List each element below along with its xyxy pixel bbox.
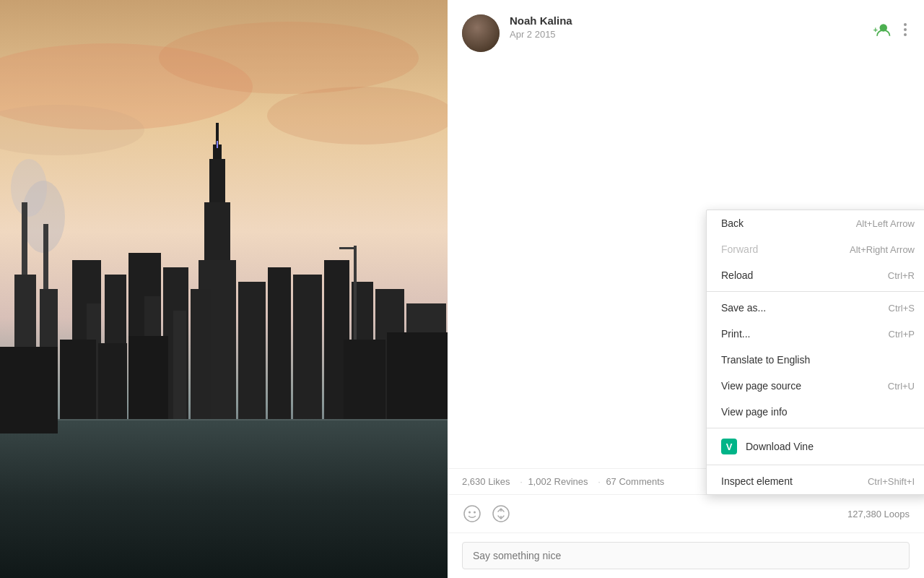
menu-label-save-as: Save as... (721, 302, 889, 314)
svg-rect-7 (0, 419, 448, 578)
avatar[interactable] (462, 14, 500, 52)
menu-label-reload: Reload (721, 269, 888, 281)
vine-icon-letter: V (726, 441, 733, 452)
follow-button[interactable]: + (869, 19, 895, 40)
dot-3 (904, 33, 907, 36)
post-meta: Noah Kalina Apr 2 2015 (510, 14, 869, 40)
menu-item-back[interactable]: Back Alt+Left Arrow (707, 210, 924, 236)
svg-point-46 (474, 512, 476, 514)
separator-2: · (598, 476, 601, 487)
more-options-button[interactable] (901, 20, 910, 39)
revines-count: 1,002 Revines (528, 476, 588, 487)
menu-item-view-source[interactable]: View page source Ctrl+U (707, 373, 924, 399)
menu-shortcut-back: Alt+Left Arrow (856, 218, 915, 229)
svg-rect-8 (0, 419, 448, 420)
menu-shortcut-reload: Ctrl+R (888, 270, 915, 281)
svg-rect-40 (354, 246, 357, 340)
svg-point-3 (267, 87, 448, 144)
likes-count: 2,630 Likes (462, 476, 510, 487)
svg-point-45 (468, 512, 471, 514)
loops-count: 127,380 Loops (847, 509, 910, 519)
menu-label-forward: Forward (721, 243, 850, 255)
svg-rect-18 (217, 141, 218, 148)
menu-item-download-vine[interactable]: V Download Vine (707, 431, 924, 462)
svg-rect-26 (293, 275, 322, 419)
menu-item-forward: Forward Alt+Right Arrow (707, 236, 924, 262)
svg-text:+: + (873, 25, 878, 34)
media-panel (0, 0, 448, 578)
dot-2 (904, 28, 907, 31)
svg-rect-35 (60, 340, 96, 419)
menu-item-reload[interactable]: Reload Ctrl+R (707, 262, 924, 288)
header-actions: + (869, 19, 910, 40)
context-menu: Back Alt+Left Arrow Forward Alt+Right Ar… (706, 210, 924, 495)
dot-1 (904, 23, 907, 26)
svg-rect-34 (0, 347, 58, 434)
user-name: Noah Kalina (510, 14, 869, 27)
menu-divider-3 (707, 465, 924, 465)
menu-shortcut-print: Ctrl+P (889, 329, 915, 340)
menu-label-inspect: Inspect element (721, 475, 868, 487)
menu-item-inspect[interactable]: Inspect element Ctrl+Shift+I (707, 468, 924, 494)
svg-point-2 (159, 22, 419, 94)
svg-rect-38 (387, 332, 448, 419)
menu-item-print[interactable]: Print... Ctrl+P (707, 321, 924, 347)
comments-count: 67 Comments (606, 476, 664, 487)
menu-item-view-info[interactable]: View page info (707, 399, 924, 425)
comment-input[interactable] (462, 542, 910, 569)
svg-rect-39 (344, 340, 385, 419)
skyline-image (0, 0, 448, 578)
svg-rect-37 (128, 336, 168, 419)
svg-point-44 (464, 506, 480, 522)
svg-rect-25 (268, 267, 291, 419)
separator-1: · (520, 476, 523, 487)
svg-point-6 (11, 159, 47, 217)
menu-label-translate: Translate to English (721, 354, 915, 366)
svg-rect-24 (238, 282, 266, 419)
svg-rect-23 (191, 289, 211, 419)
menu-divider-1 (707, 291, 924, 292)
menu-divider-2 (707, 428, 924, 428)
menu-shortcut-view-source: Ctrl+U (888, 381, 915, 392)
svg-rect-33 (173, 311, 186, 419)
post-header: Noah Kalina Apr 2 2015 + (448, 0, 924, 59)
vine-icon: V (721, 439, 737, 454)
menu-item-save-as[interactable]: Save as... Ctrl+S (707, 295, 924, 321)
menu-item-translate[interactable]: Translate to English (707, 347, 924, 373)
menu-shortcut-forward: Alt+Right Arrow (850, 244, 915, 255)
svg-rect-11 (22, 202, 27, 275)
svg-rect-12 (43, 224, 48, 289)
action-bar: 127,380 Loops (448, 495, 924, 533)
emoji-button[interactable] (462, 504, 482, 524)
menu-label-view-info: View page info (721, 406, 915, 418)
comment-input-area (448, 533, 924, 578)
menu-label-print: Print... (721, 328, 889, 340)
revine-button[interactable] (491, 504, 511, 524)
menu-label-view-source: View page source (721, 380, 888, 392)
svg-rect-36 (98, 343, 127, 419)
menu-shortcut-inspect: Ctrl+Shift+I (868, 476, 915, 487)
post-date: Apr 2 2015 (510, 29, 869, 40)
menu-label-download-vine: Download Vine (746, 441, 915, 452)
menu-label-back: Back (721, 217, 856, 229)
menu-shortcut-save-as: Ctrl+S (889, 303, 915, 314)
svg-rect-41 (339, 247, 357, 249)
